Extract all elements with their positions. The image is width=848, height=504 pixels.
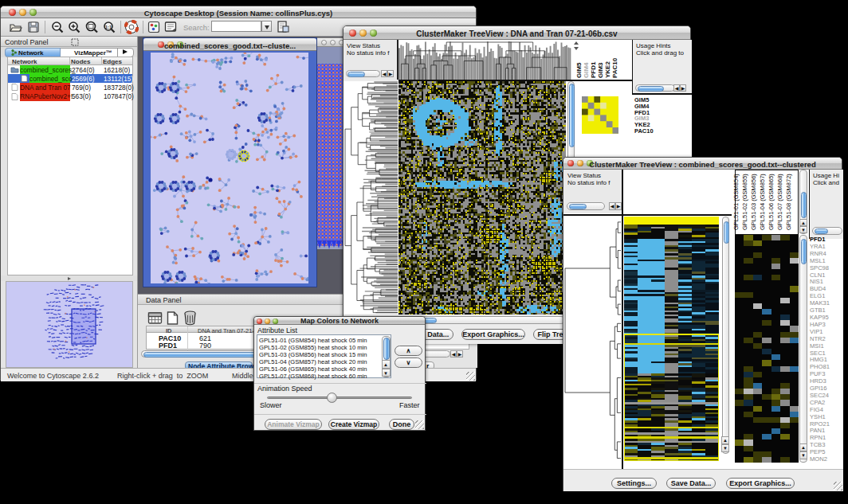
svg-text:1:1: 1:1 <box>105 25 112 29</box>
